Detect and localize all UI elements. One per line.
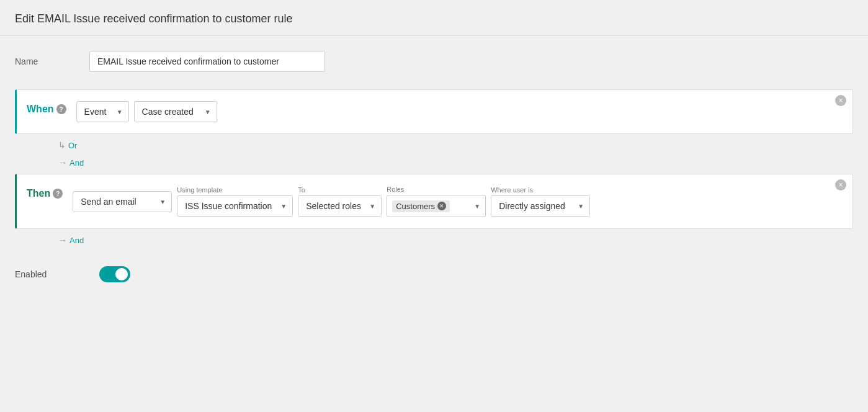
template-group: Using template ISS Issue confirmation De… <box>177 186 293 217</box>
enabled-row: Enabled <box>15 266 853 282</box>
then-label: Then ? <box>17 186 73 199</box>
using-template-label: Using template <box>177 186 293 194</box>
roles-dropdown-arrow: ▼ <box>474 203 480 210</box>
when-or-and-block: Or And <box>15 134 853 174</box>
then-text: Then <box>27 188 50 199</box>
when-controls: Event Action ▼ Case created Case updated… <box>76 101 830 122</box>
case-event-wrapper: Case created Case updated Case closed ▼ <box>134 101 217 122</box>
customers-tag: Customers ✕ <box>392 200 450 212</box>
where-user-group: Where user is Directly assigned Watching… <box>491 186 590 217</box>
template-select[interactable]: ISS Issue confirmation Default template <box>177 195 293 217</box>
then-controls: Send an email Assign to agent Set priori… <box>73 186 830 217</box>
where-user-label: Where user is <box>491 186 590 194</box>
when-section: × When ? Event Action ▼ <box>15 89 853 134</box>
to-select[interactable]: Selected roles All agents Specific user <box>298 195 382 217</box>
when-and-link[interactable]: And <box>58 155 84 170</box>
then-and-link[interactable]: And <box>58 233 84 248</box>
then-and-block: And <box>15 229 853 251</box>
to-group: To Selected roles All agents Specific us… <box>298 186 382 217</box>
where-select-wrapper: Directly assigned Watching Participant ▼ <box>491 195 590 217</box>
template-select-wrapper: ISS Issue confirmation Default template … <box>177 195 293 217</box>
to-label: To <box>298 186 382 194</box>
when-section-inner: When ? Event Action ▼ Case created <box>17 90 852 133</box>
then-section-inner: Then ? Send an email Assign to agent Set… <box>17 174 852 228</box>
content-area: Name × When ? Event Action ▼ <box>0 36 868 297</box>
roles-label: Roles <box>387 186 486 193</box>
when-close-button[interactable]: × <box>835 95 846 106</box>
then-close-button[interactable]: × <box>835 179 846 190</box>
name-label: Name <box>15 56 89 66</box>
when-text: When <box>27 104 54 115</box>
name-input[interactable] <box>89 51 325 72</box>
when-help-icon[interactable]: ? <box>56 104 66 114</box>
when-or-link[interactable]: Or <box>58 138 77 153</box>
name-row: Name <box>15 51 853 72</box>
page-container: Edit EMAIL Issue received confirmation t… <box>0 0 868 412</box>
event-type-select[interactable]: Event Action <box>76 101 129 122</box>
page-title: Edit EMAIL Issue received confirmation t… <box>0 0 868 36</box>
roles-select-wrapper[interactable]: Customers ✕ ▼ <box>387 195 486 217</box>
enabled-toggle[interactable] <box>99 266 130 282</box>
then-help-icon[interactable]: ? <box>53 189 63 199</box>
event-type-wrapper: Event Action ▼ <box>76 101 129 122</box>
case-event-select[interactable]: Case created Case updated Case closed <box>134 101 217 122</box>
when-label: When ? <box>17 101 76 115</box>
toggle-slider <box>99 266 130 282</box>
action-select[interactable]: Send an email Assign to agent Set priori… <box>73 191 172 212</box>
then-section: × Then ? Send an email Assign to agent S… <box>15 174 853 229</box>
customers-tag-remove[interactable]: ✕ <box>437 202 446 210</box>
to-select-wrapper: Selected roles All agents Specific user … <box>298 195 382 217</box>
action-select-wrapper: Send an email Assign to agent Set priori… <box>73 191 172 212</box>
roles-group: Roles Customers ✕ ▼ <box>387 186 486 217</box>
customers-tag-label: Customers <box>396 202 435 211</box>
enabled-label: Enabled <box>15 269 89 279</box>
where-select[interactable]: Directly assigned Watching Participant <box>491 195 590 217</box>
